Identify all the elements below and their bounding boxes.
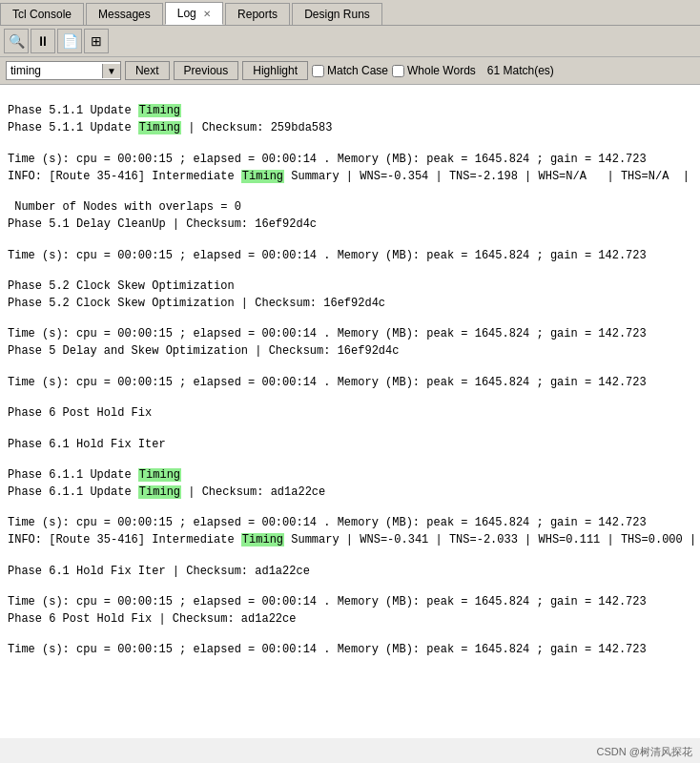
log-line	[8, 264, 692, 278]
log-content[interactable]: Phase 5.1.1 Update TimingPhase 5.1.1 Upd…	[0, 85, 700, 738]
whole-words-checkbox[interactable]	[392, 65, 404, 77]
log-line	[8, 422, 692, 435]
log-line: Phase 5.2 Clock Skew Optimization	[8, 278, 692, 295]
toolbar: 🔍 ⏸ 📄 ⊞	[0, 26, 700, 57]
log-line: Phase 5.2 Clock Skew Optimization | Chec…	[8, 295, 692, 312]
log-line	[8, 628, 692, 641]
log-line	[8, 360, 692, 373]
match-case-checkbox[interactable]	[312, 65, 324, 77]
log-line: Time (s): cpu = 00:00:15 ; elapsed = 00:…	[8, 514, 692, 531]
search-dropdown-button[interactable]: ▼	[102, 64, 120, 78]
search-input[interactable]	[7, 62, 102, 79]
log-line	[8, 312, 692, 325]
log-line: Time (s): cpu = 00:00:15 ; elapsed = 00:…	[8, 641, 692, 658]
log-line: Time (s): cpu = 00:00:15 ; elapsed = 00:…	[8, 247, 692, 264]
log-line: INFO: [Route 35-416] Intermediate Timing…	[8, 531, 692, 548]
log-line: Phase 5 Delay and Skew Optimization | Ch…	[8, 342, 692, 360]
columns-button[interactable]: ⊞	[84, 29, 109, 53]
copy-button[interactable]: 📄	[57, 29, 82, 53]
log-line	[8, 453, 692, 466]
tab-design-runs[interactable]: Design Runs	[292, 3, 382, 25]
log-line: Phase 6 Post Hold Fix	[8, 404, 692, 422]
log-line: Phase 6.1.1 Update Timing	[8, 466, 692, 484]
highlight-match: Timing	[138, 121, 181, 134]
log-line	[8, 391, 692, 404]
log-line: Number of Nodes with overlaps = 0	[8, 198, 692, 216]
log-line: Time (s): cpu = 00:00:15 ; elapsed = 00:…	[8, 374, 692, 391]
log-line: Phase 6.1 Hold Fix Iter | Checksum: ad1a…	[8, 563, 692, 580]
next-button[interactable]: Next	[125, 61, 170, 80]
tab-tcl-console[interactable]: Tcl Console	[0, 3, 84, 25]
search-tool-button[interactable]: 🔍	[4, 29, 29, 53]
log-line: Phase 6.1.1 Update Timing | Checksum: ad…	[8, 484, 692, 501]
search-input-wrap: ▼	[6, 61, 121, 80]
highlight-match: Timing	[138, 485, 181, 499]
log-line: Time (s): cpu = 00:00:15 ; elapsed = 00:…	[8, 593, 692, 610]
highlight-button[interactable]: Highlight	[242, 61, 308, 80]
log-line	[8, 185, 692, 198]
match-case-text: Match Case	[327, 64, 388, 77]
log-line: Phase 6 Post Hold Fix | Checksum: ad1a22…	[8, 610, 692, 628]
previous-button[interactable]: Previous	[174, 61, 239, 80]
tab-bar: Tcl Console Messages Log ✕ Reports Desig…	[0, 0, 700, 26]
tab-log-close[interactable]: ✕	[203, 9, 211, 19]
log-line	[8, 548, 692, 562]
tab-log[interactable]: Log ✕	[165, 2, 223, 25]
highlight-match: Timing	[241, 170, 284, 183]
log-line	[8, 136, 692, 150]
log-line: Phase 5.1.1 Update Timing	[8, 102, 692, 119]
log-line	[8, 89, 692, 102]
search-bar: ▼ Next Previous Highlight Match Case Who…	[0, 57, 700, 85]
log-line: Time (s): cpu = 00:00:15 ; elapsed = 00:…	[8, 325, 692, 342]
log-line: INFO: [Route 35-416] Intermediate Timing…	[8, 168, 692, 185]
tab-messages[interactable]: Messages	[86, 3, 163, 25]
log-line: Time (s): cpu = 00:00:15 ; elapsed = 00:…	[8, 151, 692, 168]
match-count: 61 Match(es)	[487, 64, 554, 77]
whole-words-label[interactable]: Whole Words	[392, 64, 476, 77]
log-line: Phase 5.1 Delay CleanUp | Checksum: 16ef…	[8, 216, 692, 233]
log-line	[8, 580, 692, 593]
pause-button[interactable]: ⏸	[31, 29, 55, 53]
highlight-match: Timing	[138, 104, 181, 117]
log-line: Phase 6.1 Hold Fix Iter	[8, 436, 692, 453]
highlight-match: Timing	[138, 468, 181, 482]
highlight-match: Timing	[241, 533, 284, 546]
log-line	[8, 233, 692, 246]
log-line	[8, 501, 692, 514]
tab-reports[interactable]: Reports	[225, 3, 290, 25]
match-case-label[interactable]: Match Case	[312, 64, 388, 77]
whole-words-text: Whole Words	[407, 64, 476, 77]
log-line: Phase 5.1.1 Update Timing | Checksum: 25…	[8, 119, 692, 136]
